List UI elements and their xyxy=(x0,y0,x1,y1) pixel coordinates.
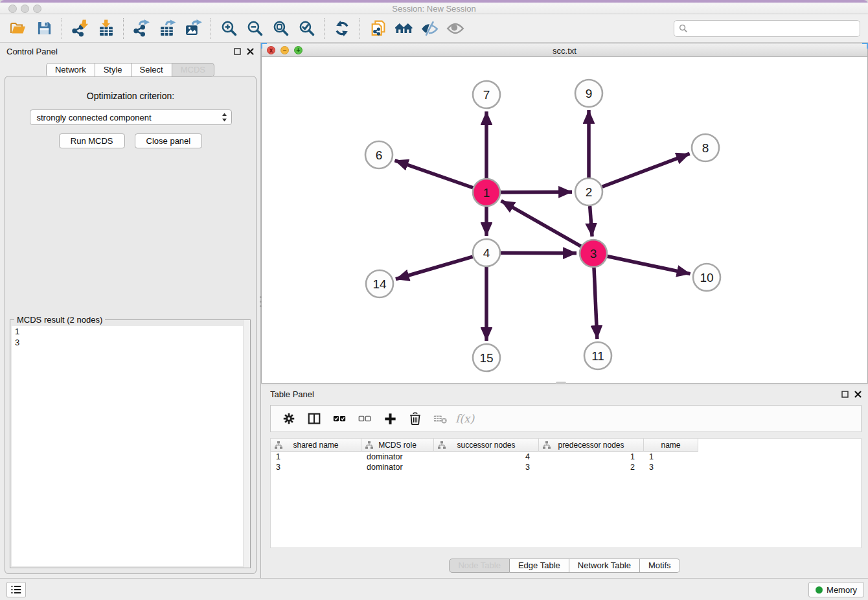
table-settings-button[interactable] xyxy=(277,408,301,430)
hide-panels-button[interactable] xyxy=(417,16,442,41)
graph-node-10[interactable]: 10 xyxy=(693,264,720,291)
table-row[interactable]: 3dominator323 xyxy=(271,462,861,472)
status-bar: Memory xyxy=(0,578,868,600)
function-builder-button[interactable]: f(x) xyxy=(454,408,477,430)
gray-eye-icon xyxy=(446,20,464,37)
table-row[interactable]: 1dominator411 xyxy=(271,452,861,462)
close-panel-push-button[interactable]: Close panel xyxy=(135,133,203,148)
zoom-out-icon xyxy=(246,19,264,37)
table-cell[interactable]: 3 xyxy=(644,462,698,472)
tab-node-table[interactable]: Node Table xyxy=(449,559,510,573)
inactive-eye-button[interactable] xyxy=(442,16,468,41)
import-network-button[interactable] xyxy=(67,16,93,41)
graph-node-9[interactable]: 9 xyxy=(575,80,602,107)
close-table-panel-button[interactable] xyxy=(854,390,862,398)
column-header-shared-name[interactable]: shared name xyxy=(271,439,361,452)
column-header-MCDS-role[interactable]: MCDS role xyxy=(361,439,434,452)
graph-node-3[interactable]: 3 xyxy=(580,240,607,267)
zoom-out-button[interactable] xyxy=(242,16,268,41)
close-panel-button[interactable] xyxy=(246,47,254,55)
mcds-result-list[interactable]: 13 xyxy=(12,326,249,566)
tab-select[interactable]: Select xyxy=(131,63,172,77)
graph-node-8[interactable]: 8 xyxy=(692,134,719,161)
delete-table-button[interactable] xyxy=(429,408,452,430)
tab-network[interactable]: Network xyxy=(46,63,95,77)
table-cell[interactable]: 4 xyxy=(434,452,539,462)
tab-mcds[interactable]: MCDS xyxy=(172,63,214,77)
deselect-all-button[interactable] xyxy=(353,408,376,430)
svg-text:4: 4 xyxy=(483,246,490,260)
task-history-button[interactable] xyxy=(6,582,26,597)
zoom-fit-button[interactable] xyxy=(268,16,293,41)
search-input[interactable] xyxy=(691,22,860,35)
graph-node-1[interactable]: 1 xyxy=(473,179,500,206)
add-row-button[interactable] xyxy=(378,408,402,430)
tab-style[interactable]: Style xyxy=(95,63,131,77)
criterion-dropdown[interactable]: strongly connected component xyxy=(30,110,232,125)
save-session-button[interactable] xyxy=(31,16,57,41)
open-session-button[interactable] xyxy=(5,16,31,41)
memory-button[interactable]: Memory xyxy=(808,582,864,597)
zoom-in-button[interactable] xyxy=(216,16,242,41)
table-cell[interactable]: 3 xyxy=(434,462,539,472)
graph-edge-1-6[interactable] xyxy=(395,161,474,188)
graph-edge-2-8[interactable] xyxy=(602,154,690,187)
zoom-selected-button[interactable] xyxy=(293,16,319,41)
table-cell[interactable]: 3 xyxy=(271,462,361,472)
column-header-name[interactable]: name xyxy=(644,439,698,452)
table-cell[interactable]: 1 xyxy=(644,452,698,462)
tab-network-table[interactable]: Network Table xyxy=(569,559,640,573)
mcds-result-title: MCDS result (2 nodes) xyxy=(14,315,105,325)
graph-node-14[interactable]: 14 xyxy=(366,270,393,297)
graph-edge-4-3[interactable] xyxy=(501,253,577,253)
graph-edge-3-11[interactable] xyxy=(594,268,597,339)
search-field[interactable] xyxy=(674,20,860,37)
network-canvas[interactable]: 7968124314101511 xyxy=(261,57,868,384)
graph-node-7[interactable]: 7 xyxy=(473,81,500,108)
table-cell[interactable]: dominator xyxy=(361,452,434,462)
table-cell[interactable]: dominator xyxy=(361,462,434,472)
table-cell[interactable]: 2 xyxy=(539,462,644,472)
graph-edge-3-1[interactable] xyxy=(501,201,581,246)
graph-edge-4-14[interactable] xyxy=(396,257,473,279)
split-view-button[interactable] xyxy=(303,408,326,430)
delete-rows-button[interactable] xyxy=(404,408,427,430)
gear-icon xyxy=(282,411,296,426)
graph-node-15[interactable]: 15 xyxy=(473,344,500,371)
save-icon xyxy=(36,20,52,36)
graph-node-2[interactable]: 2 xyxy=(575,178,602,205)
graph-edge-1-2[interactable] xyxy=(501,192,572,192)
float-panel-button[interactable] xyxy=(233,47,241,55)
float-table-panel-button[interactable] xyxy=(841,390,849,398)
export-network-button[interactable] xyxy=(128,16,154,41)
graph-node-4[interactable]: 4 xyxy=(473,239,500,266)
graph-node-11[interactable]: 11 xyxy=(584,342,611,369)
export-image-button[interactable] xyxy=(180,16,206,41)
table-cell[interactable]: 1 xyxy=(271,452,361,462)
column-header-successor-nodes[interactable]: successor nodes xyxy=(434,439,539,452)
graph-node-6[interactable]: 6 xyxy=(365,141,393,168)
result-scrollbar[interactable] xyxy=(243,320,250,568)
nested-networks-button[interactable] xyxy=(391,16,417,41)
import-table-button[interactable] xyxy=(93,16,119,41)
tab-motifs[interactable]: Motifs xyxy=(640,559,680,573)
network-window-titlebar[interactable]: x – + scc.txt xyxy=(261,43,868,57)
clone-network-button[interactable] xyxy=(365,16,391,41)
svg-text:1: 1 xyxy=(483,186,490,200)
select-all-button[interactable] xyxy=(328,408,351,430)
run-mcds-button[interactable]: Run MCDS xyxy=(59,133,125,148)
column-header-predecessor-nodes[interactable]: predecessor nodes xyxy=(539,439,644,452)
svg-text:3: 3 xyxy=(590,247,597,260)
export-table-button[interactable] xyxy=(154,16,180,41)
tab-edge-table[interactable]: Edge Table xyxy=(510,559,569,573)
network-canvas-svg[interactable]: 7968124314101511 xyxy=(262,57,867,383)
tree-icon xyxy=(365,441,373,449)
svg-text:7: 7 xyxy=(483,88,490,102)
vertical-splitter-handle[interactable] xyxy=(258,294,262,316)
graph-edge-3-10[interactable] xyxy=(608,257,691,274)
table-cell[interactable]: 1 xyxy=(539,452,644,462)
horizontal-splitter-handle[interactable] xyxy=(556,382,566,384)
graph-edge-2-3[interactable] xyxy=(590,206,592,237)
mcds-result-field: MCDS result (2 nodes) 13 xyxy=(10,319,251,568)
apply-layout-button[interactable] xyxy=(329,16,355,41)
